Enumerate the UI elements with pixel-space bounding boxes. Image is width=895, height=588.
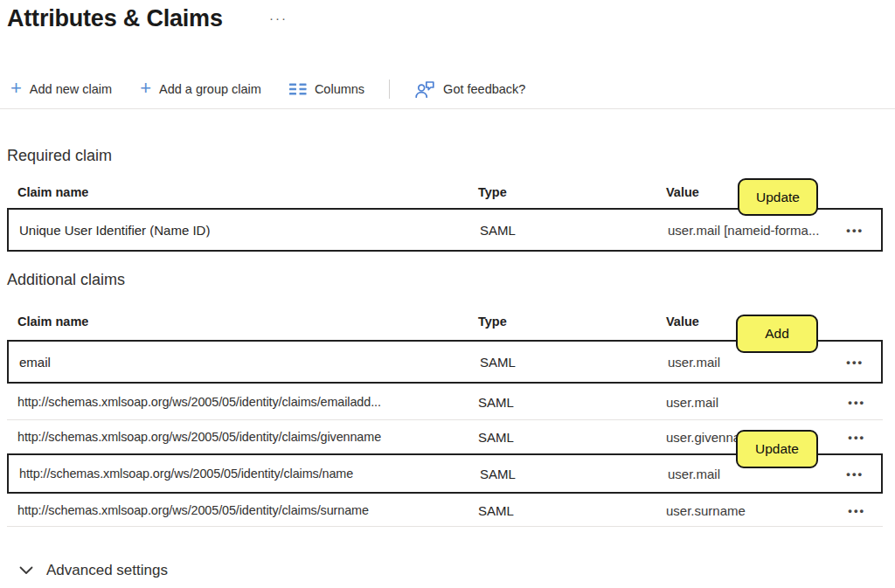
column-header-type: Type bbox=[478, 185, 507, 199]
more-options-icon[interactable]: ••• bbox=[843, 222, 867, 239]
chevron-down-icon bbox=[19, 566, 33, 575]
column-header-value: Value bbox=[666, 315, 699, 329]
claim-value: user.mail bbox=[666, 394, 718, 409]
claim-name: http://schemas.xmlsoap.org/ws/2005/05/id… bbox=[19, 467, 353, 481]
claim-value: user.mail bbox=[668, 355, 720, 370]
claim-row-emailaddress[interactable]: http://schemas.xmlsoap.org/ws/2005/05/id… bbox=[7, 384, 883, 420]
claim-name: email bbox=[19, 355, 51, 370]
columns-label: Columns bbox=[315, 82, 364, 96]
got-feedback-label: Got feedback? bbox=[443, 82, 525, 96]
column-header-type: Type bbox=[478, 315, 507, 329]
more-options-icon[interactable]: ••• bbox=[844, 502, 869, 518]
advanced-settings-toggle[interactable]: Advanced settings bbox=[19, 562, 168, 579]
page-header: Attributes & Claims bbox=[7, 5, 223, 32]
claim-name: http://schemas.xmlsoap.org/ws/2005/05/id… bbox=[17, 430, 381, 444]
claim-type: SAML bbox=[478, 502, 514, 517]
more-options-icon[interactable]: ••• bbox=[843, 466, 867, 482]
annotation-add-email-claim: Add bbox=[736, 315, 818, 353]
annotation-update-required-claim: Update bbox=[738, 178, 818, 216]
columns-icon bbox=[289, 83, 307, 95]
plus-icon: + bbox=[10, 80, 22, 96]
claim-value: user.surname bbox=[666, 502, 746, 517]
column-header-claim-name: Claim name bbox=[17, 185, 88, 199]
more-options-icon[interactable]: ••• bbox=[844, 393, 869, 410]
claim-value: user.mail [nameid-forma... bbox=[668, 223, 819, 238]
claim-type: SAML bbox=[480, 355, 516, 370]
add-new-claim-label: Add new claim bbox=[30, 82, 112, 96]
claim-type: SAML bbox=[480, 223, 516, 238]
add-group-claim-label: Add a group claim bbox=[159, 82, 261, 96]
add-new-claim-button[interactable]: + Add new claim bbox=[7, 82, 115, 96]
required-claim-heading: Required claim bbox=[7, 147, 112, 165]
more-options-icon[interactable]: ••• bbox=[843, 354, 867, 370]
plus-icon: + bbox=[140, 80, 151, 96]
claim-name: http://schemas.xmlsoap.org/ws/2005/05/id… bbox=[17, 503, 369, 517]
page-title: Attributes & Claims bbox=[7, 5, 223, 32]
toolbar: + Add new claim + Add a group claim Colu… bbox=[7, 75, 529, 103]
add-group-claim-button[interactable]: + Add a group claim bbox=[136, 82, 265, 96]
more-options-icon[interactable]: ••• bbox=[844, 429, 869, 446]
additional-claims-heading: Additional claims bbox=[7, 271, 125, 289]
toolbar-divider bbox=[0, 108, 895, 109]
claim-type: SAML bbox=[478, 394, 514, 409]
claim-name: http://schemas.xmlsoap.org/ws/2005/05/id… bbox=[17, 395, 381, 409]
claim-row-surname[interactable]: http://schemas.xmlsoap.org/ws/2005/05/id… bbox=[7, 494, 883, 527]
claim-type: SAML bbox=[480, 467, 516, 481]
columns-button[interactable]: Columns bbox=[286, 82, 368, 96]
toolbar-separator bbox=[389, 80, 390, 99]
claim-value: user.mail bbox=[668, 467, 720, 481]
claim-type: SAML bbox=[478, 430, 514, 445]
annotation-update-name-claim: Update bbox=[736, 430, 818, 468]
advanced-settings-label: Advanced settings bbox=[46, 562, 168, 579]
page-more-menu-icon[interactable]: ··· bbox=[269, 10, 288, 25]
got-feedback-button[interactable]: Got feedback? bbox=[411, 80, 529, 99]
attributes-claims-page: Attributes & Claims ··· + Add new claim … bbox=[0, 0, 895, 588]
feedback-icon bbox=[414, 80, 435, 99]
column-header-value: Value bbox=[666, 185, 699, 199]
claim-name: Unique User Identifier (Name ID) bbox=[19, 223, 210, 238]
column-header-claim-name: Claim name bbox=[17, 315, 88, 329]
